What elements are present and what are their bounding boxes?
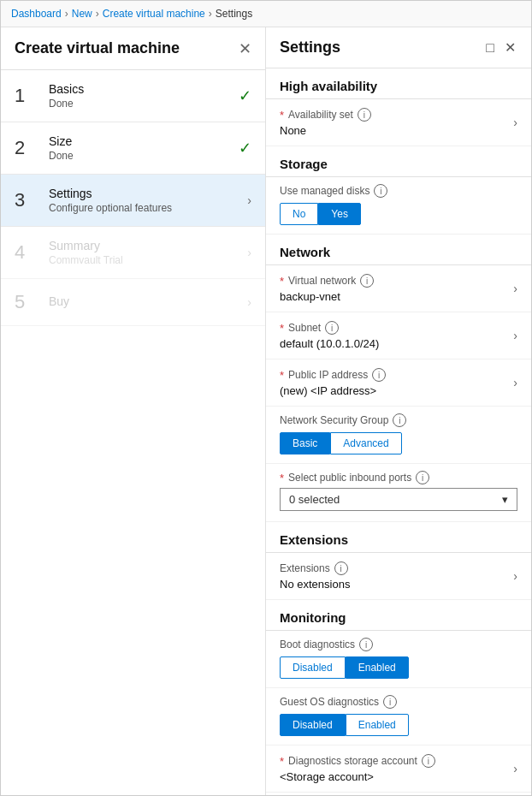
public-ip-field: * Public IP address i (new) <IP address> bbox=[280, 368, 386, 397]
step-item-basics[interactable]: 1 Basics Done ✓ bbox=[1, 70, 265, 122]
managed-disks-row: Use managed disks i No Yes bbox=[266, 177, 531, 235]
availability-set-row[interactable]: * Availability set i None › bbox=[266, 99, 531, 146]
boot-diagnostics-enabled-button[interactable]: Enabled bbox=[346, 656, 409, 679]
section-high-availability: High availability bbox=[266, 68, 531, 99]
public-ip-value: (new) <IP address> bbox=[280, 384, 386, 397]
step-2-check-icon: ✓ bbox=[239, 139, 251, 157]
extensions-label: Extensions i bbox=[280, 561, 350, 575]
section-extensions: Extensions bbox=[266, 522, 531, 553]
step-3-title: Settings bbox=[49, 187, 240, 200]
diagnostics-storage-account-row[interactable]: * Diagnostics storage account i <Storage… bbox=[266, 746, 531, 793]
right-panel-header: Settings □ ✕ bbox=[266, 27, 531, 68]
virtual-network-value: backup-vnet bbox=[280, 290, 374, 303]
step-4-title: Summary bbox=[49, 239, 240, 252]
managed-disks-info-icon[interactable]: i bbox=[374, 184, 387, 198]
step-1-check-icon: ✓ bbox=[239, 86, 251, 105]
step-2-subtitle: Done bbox=[49, 150, 232, 162]
step-1-number: 1 bbox=[15, 85, 38, 107]
extensions-chevron-icon: › bbox=[513, 569, 517, 583]
virtual-network-row[interactable]: * Virtual network i backup-vnet › bbox=[266, 265, 531, 312]
inbound-ports-label: * Select public inbound ports i bbox=[280, 471, 517, 484]
diagnostics-storage-required-star: * bbox=[280, 755, 284, 768]
extensions-row[interactable]: Extensions i No extensions › bbox=[266, 553, 531, 600]
left-panel-title: Create virtual machine bbox=[15, 39, 180, 57]
step-5-info: Buy bbox=[49, 294, 240, 310]
availability-set-chevron-icon: › bbox=[513, 116, 517, 129]
diagnostics-storage-chevron-icon: › bbox=[513, 762, 517, 775]
availability-set-value: None bbox=[280, 124, 371, 137]
managed-disks-label-text: Use managed disks bbox=[280, 185, 369, 197]
right-panel: Settings □ ✕ High availability * Availab… bbox=[266, 27, 531, 795]
managed-disks-no-button[interactable]: No bbox=[280, 203, 318, 225]
step-1-info: Basics Done bbox=[49, 82, 232, 110]
extensions-label-text: Extensions bbox=[280, 562, 330, 574]
public-ip-label: * Public IP address i bbox=[280, 368, 386, 382]
step-2-number: 2 bbox=[15, 137, 38, 159]
section-network: Network bbox=[266, 235, 531, 265]
breadcrumb-new[interactable]: New bbox=[72, 8, 92, 20]
guest-os-diagnostics-label: Guest OS diagnostics i bbox=[280, 695, 517, 709]
section-monitoring: Monitoring bbox=[266, 600, 531, 631]
inbound-ports-info-icon[interactable]: i bbox=[416, 471, 429, 484]
step-3-chevron-icon: › bbox=[247, 193, 251, 207]
diagnostics-storage-label: * Diagnostics storage account i bbox=[280, 754, 435, 768]
extensions-value: No extensions bbox=[280, 578, 350, 591]
inbound-ports-required-star: * bbox=[280, 472, 284, 484]
public-ip-required-star: * bbox=[280, 369, 284, 382]
public-ip-info-icon[interactable]: i bbox=[372, 368, 386, 382]
right-panel-close-button[interactable]: ✕ bbox=[503, 38, 517, 57]
step-2-info: Size Done bbox=[49, 134, 232, 162]
public-ip-row[interactable]: * Public IP address i (new) <IP address>… bbox=[266, 359, 531, 407]
step-5-number: 5 bbox=[15, 291, 38, 313]
guest-os-disabled-button[interactable]: Disabled bbox=[280, 714, 346, 736]
nsg-label: Network Security Group i bbox=[280, 413, 517, 427]
left-panel-header: Create virtual machine ✕ bbox=[1, 27, 265, 70]
left-panel-close-button[interactable]: ✕ bbox=[239, 41, 251, 56]
step-item-size[interactable]: 2 Size Done ✓ bbox=[1, 122, 265, 175]
extensions-info-icon[interactable]: i bbox=[334, 561, 348, 575]
availability-set-label: * Availability set i bbox=[280, 108, 371, 122]
step-item-settings[interactable]: 3 Settings Configure optional features › bbox=[1, 175, 265, 227]
diagnostics-storage-value: <Storage account> bbox=[280, 770, 435, 783]
nsg-info-icon[interactable]: i bbox=[393, 413, 406, 427]
boot-diagnostics-disabled-button[interactable]: Disabled bbox=[280, 656, 346, 679]
step-3-subtitle: Configure optional features bbox=[49, 202, 240, 214]
guest-os-diagnostics-info-icon[interactable]: i bbox=[383, 695, 397, 709]
right-panel-title: Settings bbox=[280, 39, 340, 56]
virtual-network-info-icon[interactable]: i bbox=[360, 274, 374, 288]
step-3-info: Settings Configure optional features bbox=[49, 187, 240, 214]
step-1-title: Basics bbox=[49, 82, 232, 96]
subnet-chevron-icon: › bbox=[513, 329, 517, 342]
inbound-ports-value: 0 selected bbox=[289, 493, 340, 506]
step-4-info: Summary Commvault Trial bbox=[49, 239, 240, 266]
inbound-ports-select[interactable]: 0 selected ▾ bbox=[280, 488, 517, 511]
subnet-value: default (10.0.1.0/24) bbox=[280, 337, 379, 350]
availability-set-required-star: * bbox=[280, 109, 284, 122]
inbound-ports-label-text: Select public inbound ports bbox=[288, 472, 411, 484]
maximize-button[interactable]: □ bbox=[484, 39, 496, 57]
subnet-row[interactable]: * Subnet i default (10.0.1.0/24) › bbox=[266, 312, 531, 359]
managed-disks-yes-button[interactable]: Yes bbox=[318, 203, 361, 225]
virtual-network-label-text: Virtual network bbox=[288, 275, 356, 287]
breadcrumb-settings: Settings bbox=[216, 8, 252, 20]
boot-diagnostics-toggle[interactable]: Disabled Enabled bbox=[280, 656, 517, 679]
step-1-subtitle: Done bbox=[49, 98, 232, 110]
managed-disks-toggle[interactable]: No Yes bbox=[280, 203, 517, 225]
diagnostics-storage-info-icon[interactable]: i bbox=[422, 754, 435, 768]
breadcrumb-dashboard[interactable]: Dashboard bbox=[11, 8, 62, 20]
step-item-summary: 4 Summary Commvault Trial › bbox=[1, 227, 265, 279]
guest-os-enabled-button[interactable]: Enabled bbox=[346, 714, 409, 736]
nsg-row: Network Security Group i Basic Advanced bbox=[266, 407, 531, 464]
nsg-advanced-button[interactable]: Advanced bbox=[330, 432, 401, 454]
availability-set-info-icon[interactable]: i bbox=[358, 108, 371, 122]
subnet-label: * Subnet i bbox=[280, 321, 379, 335]
breadcrumb-create-vm[interactable]: Create virtual machine bbox=[103, 8, 205, 20]
subnet-info-icon[interactable]: i bbox=[325, 321, 339, 335]
diagnostics-storage-label-text: Diagnostics storage account bbox=[288, 755, 417, 767]
boot-diagnostics-info-icon[interactable]: i bbox=[359, 638, 373, 651]
nsg-toggle[interactable]: Basic Advanced bbox=[280, 432, 517, 454]
guest-os-diagnostics-toggle[interactable]: Disabled Enabled bbox=[280, 714, 517, 736]
breadcrumb: Dashboard › New › Create virtual machine… bbox=[1, 1, 531, 27]
nsg-basic-button[interactable]: Basic bbox=[280, 432, 330, 454]
boot-diagnostics-label-text: Boot diagnostics bbox=[280, 639, 355, 650]
